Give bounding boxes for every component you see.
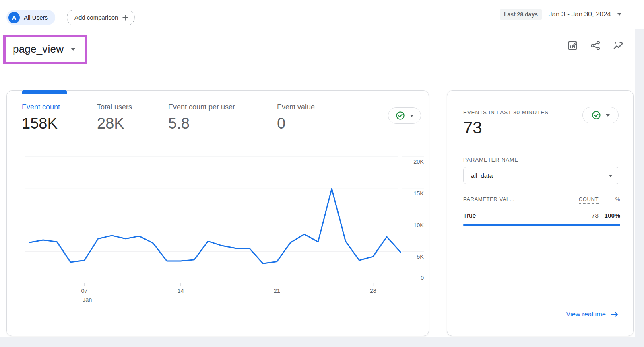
metric-value: 158K	[22, 115, 60, 132]
date-range-badge: Last 28 days	[500, 9, 542, 20]
metric-tab-total-users[interactable]: Total users 28K	[97, 103, 132, 132]
add-comparison-label: Add comparison	[74, 14, 118, 21]
metric-value: 28K	[97, 115, 132, 132]
percent-bar	[463, 224, 620, 226]
table-row: True 73 100%	[463, 206, 620, 224]
metric-value: 0	[277, 115, 315, 132]
column-header-percent: %	[599, 196, 620, 202]
page-background-bottom	[0, 337, 644, 347]
date-range-selector[interactable]: Last 28 days Jan 3 - Jan 30, 2024	[500, 0, 621, 29]
page-background-right	[635, 29, 644, 347]
svg-text:21: 21	[274, 287, 280, 294]
event-selector-value: page_view	[13, 43, 64, 55]
svg-text:28: 28	[370, 287, 376, 294]
metric-label: Total users	[97, 103, 132, 111]
percent-cell: 100%	[599, 212, 620, 219]
selected-tab-indicator	[22, 90, 67, 94]
date-range-text: Jan 3 - Jan 30, 2024	[549, 10, 611, 18]
parameter-name-select[interactable]: all_data	[463, 167, 619, 184]
annotation-highlight: page_view	[3, 35, 87, 64]
metric-tab-event-value[interactable]: Event value 0	[277, 103, 315, 132]
data-quality-button[interactable]	[388, 107, 421, 124]
chevron-down-icon	[71, 48, 76, 51]
svg-text:0: 0	[421, 275, 424, 281]
svg-text:20K: 20K	[413, 158, 424, 165]
chevron-down-icon	[410, 115, 414, 117]
realtime-title: EVENTS IN LAST 30 MINUTES	[463, 109, 549, 115]
svg-text:14: 14	[178, 287, 184, 294]
parameter-values-table: PARAMETER VAL... COUNT % True 73 100%	[463, 196, 620, 226]
metric-tab-event-count-per-user[interactable]: Event count per user 5.8	[168, 103, 235, 132]
insights-icon[interactable]	[613, 40, 624, 51]
customize-report-icon[interactable]	[567, 40, 578, 51]
audience-chip-all-users[interactable]: A All Users	[6, 10, 55, 25]
svg-text:10K: 10K	[413, 222, 424, 228]
event-count-trend-chart: 05K10K15K20K07Jan142128	[15, 148, 425, 311]
parameter-name-label: PARAMETER NAME	[463, 157, 518, 163]
parameter-value-cell: True	[463, 212, 570, 219]
check-circle-icon	[592, 111, 601, 120]
svg-text:07: 07	[81, 287, 88, 294]
column-header-parameter-value: PARAMETER VAL...	[463, 196, 570, 202]
table-header-row: PARAMETER VAL... COUNT %	[463, 196, 620, 206]
count-cell: 73	[570, 212, 599, 219]
realtime-events-card: EVENTS IN LAST 30 MINUTES 73 PARAMETER N…	[447, 90, 634, 336]
share-icon[interactable]	[590, 40, 601, 51]
plus-icon	[122, 14, 128, 21]
svg-text:5K: 5K	[417, 253, 424, 260]
event-metrics-card: Event count 158K Total users 28K Event c…	[6, 90, 429, 336]
view-realtime-link[interactable]: View realtime	[566, 310, 619, 318]
parameter-name-value: all_data	[471, 172, 493, 179]
arrow-right-icon	[611, 311, 619, 318]
audience-avatar: A	[8, 12, 20, 23]
chevron-down-icon	[617, 13, 621, 16]
view-realtime-label: View realtime	[566, 310, 606, 318]
metric-tab-event-count[interactable]: Event count 158K	[22, 103, 60, 132]
header-bar: A All Users Add comparison Last 28 days …	[0, 0, 644, 29]
check-circle-icon	[396, 111, 405, 120]
svg-text:Jan: Jan	[83, 296, 92, 303]
chevron-down-icon	[609, 175, 613, 177]
metric-label: Event count	[22, 103, 60, 111]
metric-label: Event count per user	[168, 103, 235, 111]
add-comparison-button[interactable]: Add comparison	[67, 10, 135, 25]
chevron-down-icon	[606, 114, 610, 117]
metric-value: 5.8	[168, 115, 235, 132]
event-selector-dropdown[interactable]: page_view	[6, 37, 85, 62]
column-header-count[interactable]: COUNT	[570, 196, 599, 202]
svg-text:15K: 15K	[413, 190, 424, 197]
audience-chip-label: All Users	[24, 14, 48, 21]
data-quality-button[interactable]	[582, 107, 619, 123]
realtime-event-count: 73	[463, 118, 482, 138]
metric-label: Event value	[277, 103, 315, 111]
